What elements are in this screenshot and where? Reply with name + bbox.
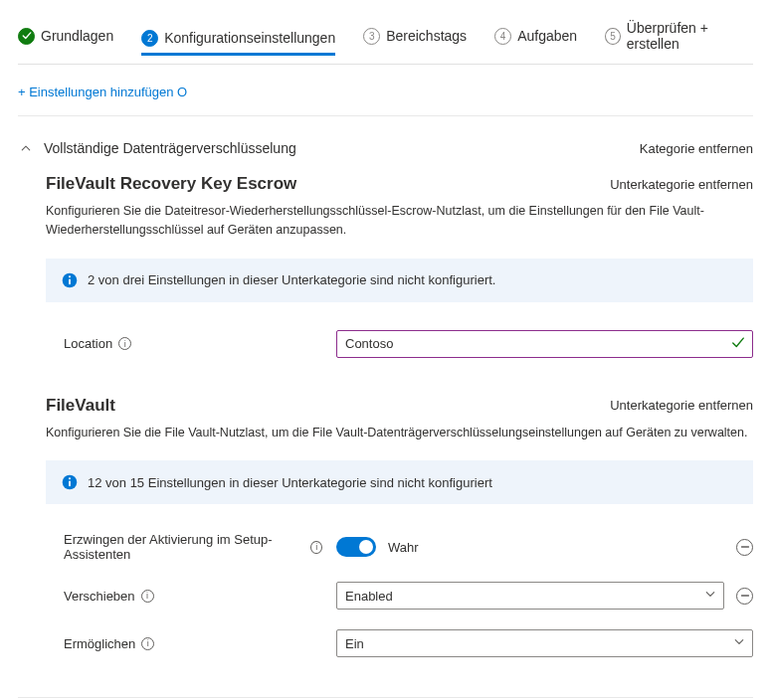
setting-label: Ermöglichen i bbox=[64, 636, 322, 651]
add-settings-row: + Einstellungen hinzufügen O bbox=[18, 85, 753, 116]
info-help-icon[interactable]: i bbox=[310, 541, 322, 554]
defer-select[interactable]: Enabled bbox=[336, 582, 724, 610]
subcategory-header-escrow: FileVault Recovery Key Escrow Unterkateg… bbox=[18, 174, 753, 194]
step-scope-tags[interactable]: 3 Bereichstags bbox=[363, 28, 467, 51]
check-icon bbox=[731, 335, 745, 352]
remove-subcategory-link[interactable]: Unterkategorie entfernen bbox=[610, 177, 753, 192]
step-number-icon: 5 bbox=[605, 28, 621, 45]
info-text: 12 von 15 Einstellungen in dieser Unterk… bbox=[88, 475, 492, 490]
info-icon bbox=[62, 272, 78, 288]
toggle-value-text: Wahr bbox=[388, 540, 419, 555]
info-text: 2 von drei Einstellungen in dieser Unter… bbox=[88, 272, 495, 287]
svg-point-5 bbox=[69, 477, 71, 479]
category-header: Vollständige Datenträgerverschlüsselung … bbox=[18, 140, 753, 156]
setting-force-enable: Erzwingen der Aktivierung im Setup-Assis… bbox=[18, 522, 753, 572]
subcategory-description: Konfigurieren Sie die File Vault-Nutzlas… bbox=[18, 416, 753, 442]
setting-location: Location i bbox=[18, 320, 753, 368]
remove-subcategory-link[interactable]: Unterkategorie entfernen bbox=[610, 398, 753, 413]
chevron-up-icon[interactable] bbox=[18, 140, 34, 156]
svg-rect-4 bbox=[69, 481, 71, 487]
check-icon bbox=[18, 28, 35, 45]
info-help-icon[interactable]: i bbox=[141, 590, 154, 603]
setting-label: Verschieben i bbox=[64, 589, 322, 604]
remove-category-link[interactable]: Kategorie entfernen bbox=[640, 141, 753, 156]
info-help-icon[interactable]: i bbox=[141, 637, 154, 650]
step-label: Aufgaben bbox=[517, 28, 577, 44]
step-number-icon: 2 bbox=[141, 30, 158, 47]
step-assignments[interactable]: 4 Aufgaben bbox=[494, 28, 577, 51]
step-label: Konfigurationseinstellungen bbox=[164, 30, 335, 46]
info-icon bbox=[62, 474, 78, 490]
setting-label: Erzwingen der Aktivierung im Setup-Assis… bbox=[64, 532, 322, 562]
info-bar-filevault: 12 von 15 Einstellungen in dieser Unterk… bbox=[46, 460, 753, 504]
wizard-stepper: Grundlagen 2 Konfigurationseinstellungen… bbox=[18, 20, 753, 65]
bottom-separator bbox=[18, 697, 753, 698]
location-input[interactable] bbox=[336, 330, 753, 358]
info-help-icon[interactable]: i bbox=[118, 337, 131, 350]
step-review-create[interactable]: 5 Überprüfen + erstellen bbox=[605, 20, 753, 58]
subcategory-title: FileVault bbox=[46, 396, 115, 416]
step-label: Bereichstags bbox=[386, 28, 467, 44]
enable-select[interactable]: Ein bbox=[336, 629, 753, 657]
step-number-icon: 4 bbox=[494, 28, 511, 45]
info-bar-escrow: 2 von drei Einstellungen in dieser Unter… bbox=[46, 259, 753, 302]
setting-enable: Ermöglichen i Ein bbox=[18, 619, 753, 667]
remove-setting-button[interactable] bbox=[736, 588, 753, 605]
step-label: Überprüfen + erstellen bbox=[627, 20, 753, 52]
step-number-icon: 3 bbox=[363, 28, 380, 45]
add-settings-link[interactable]: + Einstellungen hinzufügen O bbox=[18, 85, 187, 99]
step-config-settings[interactable]: 2 Konfigurationseinstellungen bbox=[141, 30, 335, 56]
svg-rect-1 bbox=[69, 278, 71, 284]
setting-label: Location i bbox=[64, 336, 322, 351]
subcategory-description: Konfigurieren Sie die Dateitresor-Wieder… bbox=[18, 194, 753, 241]
subcategory-header-filevault: FileVault Unterkategorie entfernen bbox=[18, 396, 753, 416]
svg-point-2 bbox=[69, 275, 71, 277]
setting-defer: Verschieben i Enabled bbox=[18, 572, 753, 619]
subcategory-title: FileVault Recovery Key Escrow bbox=[46, 174, 296, 194]
force-enable-toggle[interactable] bbox=[336, 537, 376, 557]
category-title: Vollständige Datenträgerverschlüsselung bbox=[44, 140, 296, 156]
step-basics[interactable]: Grundlagen bbox=[18, 28, 113, 51]
step-label: Grundlagen bbox=[41, 28, 113, 44]
remove-setting-button[interactable] bbox=[736, 539, 753, 556]
